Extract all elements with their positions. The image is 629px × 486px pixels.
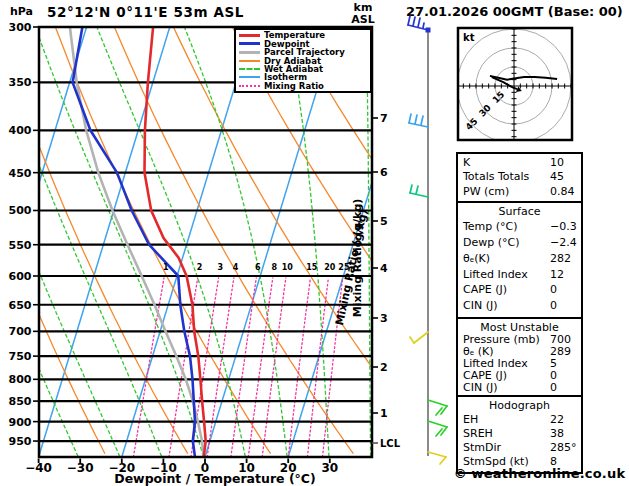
mixing-ratio-value-label: 3: [217, 263, 223, 272]
table-row-label: EH: [458, 413, 478, 426]
wind-barb: [428, 400, 447, 415]
legend-swatch-solid: [239, 60, 260, 62]
dry-adiabat-line: [410, 27, 451, 454]
table-row-cin-j-: CIN (J)0: [458, 381, 581, 393]
table-row-label: Lifted Index: [458, 268, 528, 281]
table-row-cape-j-: CAPE (J)0: [458, 283, 581, 299]
legend-item-mixing-ratio: Mixing Ratio: [238, 82, 370, 90]
table-row-lifted-index: Lifted Index12: [458, 268, 581, 284]
table-row-value: −2.4: [550, 236, 577, 249]
km-tick-label: 7: [380, 112, 388, 125]
pressure-tick-label: 550: [9, 239, 32, 252]
table-section-header: Hodograph: [458, 399, 581, 413]
table-row-value: 285°: [550, 441, 577, 454]
table-row-value: 38: [550, 427, 564, 440]
mixing-ratio-value-label: 4: [233, 263, 239, 272]
table-row-k: K10: [458, 156, 581, 170]
pressure-tick-label: 650: [9, 299, 32, 312]
pressure-tick-label: 600: [9, 270, 32, 283]
pressure-tick-label: 400: [9, 124, 32, 137]
table-section-surface: SurfaceTemp (°C)−0.3Dewp (°C)−2.4θₑ(K)28…: [456, 201, 583, 319]
mixing-ratio-value-label: 10: [282, 263, 294, 272]
isotherm-line: [39, 27, 170, 457]
table-section-indices: K10Totals Totals45PW (cm)0.84: [456, 152, 583, 203]
mixing-ratio-value-label: 8: [271, 263, 277, 272]
pressure-tick-label: 450: [9, 167, 32, 180]
table-row-label: Temp (°C): [458, 220, 518, 233]
pressure-tick-label: 850: [9, 395, 32, 408]
hodograph-trace-main: [490, 76, 557, 80]
pressure-tick-label: 900: [9, 416, 32, 429]
table-row--k-: θₑ (K)289: [458, 345, 581, 357]
wind-barb: [409, 114, 428, 127]
isotherm-line: [371, 27, 450, 457]
mixing-ratio-value-label: 20: [324, 263, 336, 272]
table-row-value: 12: [550, 268, 564, 281]
pressure-tick-label: 950: [9, 435, 32, 448]
table-section-most-unstable: Most UnstablePressure (mb)700θₑ (K)289Li…: [456, 317, 583, 397]
table-row-cape-j-: CAPE (J)0: [458, 369, 581, 381]
hodograph-panel: 153045kt: [450, 22, 585, 150]
temp-tick-label: 30: [321, 461, 338, 475]
mixing-ratio-value-label: 6: [255, 263, 261, 272]
table-row-temp-c-: Temp (°C)−0.3: [458, 220, 581, 236]
table-row--k-: θₑ(K)282: [458, 252, 581, 268]
table-section-header: Surface: [458, 205, 581, 220]
table-row-totals-totals: Totals Totals45: [458, 170, 581, 184]
table-row-value: 0: [550, 283, 557, 296]
table-row-label: CAPE (J): [458, 283, 507, 296]
pressure-tick-label: 350: [9, 76, 32, 89]
legend-item-label: Mixing Ratio: [264, 82, 324, 90]
legend-swatch-solid: [239, 51, 260, 54]
table-row-label: θₑ(K): [458, 252, 490, 265]
temp-tick-label: −40: [25, 461, 52, 475]
mixing-ratio-value-label: 2: [197, 263, 203, 272]
table-section-header: Most Unstable: [458, 321, 581, 334]
table-row-pw-cm-: PW (cm)0.84: [458, 185, 581, 199]
legend-swatch-dashed: [239, 68, 260, 70]
table-row-cin-j-: CIN (J)0: [458, 299, 581, 315]
legend-item-label: Parcel Trajectory: [264, 48, 345, 56]
table-row-value: 10: [550, 156, 564, 169]
table-row-lifted-index: Lifted Index5: [458, 357, 581, 369]
km-tick-label: 3: [380, 312, 388, 325]
skewt-sounding-page: hPa 52°12'N 0°11'E 53m ASL km ASL 27.01.…: [0, 0, 629, 486]
hodograph-unit-label: kt: [463, 32, 475, 43]
table-row-value: 0: [550, 381, 557, 394]
table-row-label: K: [458, 156, 470, 169]
table-row-pressure-mb-: Pressure (mb)700: [458, 333, 581, 345]
wet-adiabat-line: [97, 27, 245, 457]
table-row-stmdir: StmDir285°: [458, 441, 581, 455]
plot-background: [0, 27, 450, 457]
table-row-sreh: SREH38: [458, 427, 581, 441]
wind-barb: [428, 421, 447, 436]
table-row-value: 282: [550, 252, 571, 265]
sounding-indices-table: K10Totals Totals45PW (cm)0.84SurfaceTemp…: [456, 152, 583, 474]
wind-barb: [410, 332, 428, 343]
lcl-label: LCL: [380, 438, 401, 449]
table-row-label: CIN (J): [458, 381, 497, 394]
isotherm-line: [0, 27, 3, 457]
legend-swatch-solid: [239, 34, 260, 37]
hodograph-ring-label: 15: [490, 89, 506, 105]
temp-axis-title: Dewpoint / Temperature (°C): [114, 471, 315, 486]
legend-swatch-solid: [239, 76, 260, 78]
legend-swatch-dotted: [239, 85, 260, 87]
km-tick-label: 6: [380, 166, 388, 179]
km-tick-label: 2: [380, 361, 388, 374]
pressure-tick-label: 300: [9, 21, 32, 34]
parcel-trajectory-curve: [70, 27, 204, 457]
table-row-eh: EH22: [458, 413, 581, 427]
km-tick-label: 4: [380, 262, 388, 275]
table-row-value: 22: [550, 413, 564, 426]
table-row-value: 0: [550, 299, 557, 312]
wind-barb: [428, 452, 446, 464]
wet-adiabat-line: [35, 27, 203, 457]
legend-box: TemperatureDewpointParcel TrajectoryDry …: [234, 28, 372, 93]
wind-barb: [408, 16, 428, 30]
km-tick-label: 5: [380, 215, 388, 228]
pressure-tick-label: 750: [9, 350, 32, 363]
table-row-dewp-c-: Dewp (°C)−2.4: [458, 236, 581, 252]
mixing-ratio-value-label: 15: [306, 263, 318, 272]
pressure-tick-label: 500: [9, 204, 32, 217]
